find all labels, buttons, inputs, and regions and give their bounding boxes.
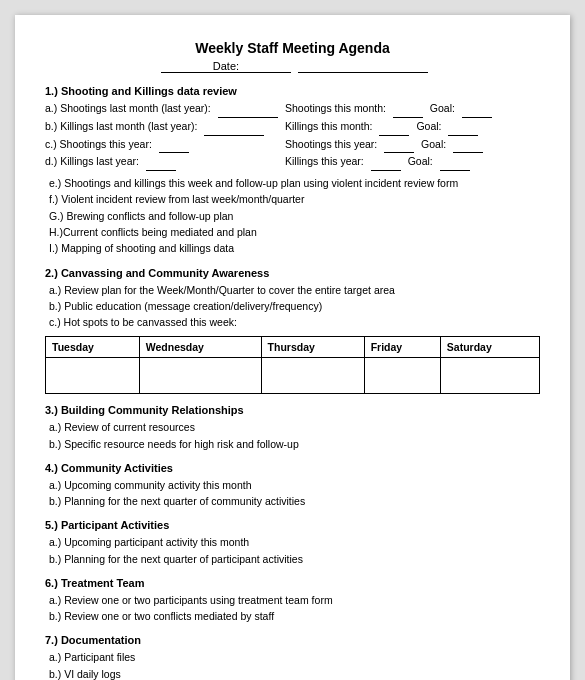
row-d-right-label: Killings this year: xyxy=(285,155,364,167)
row-a-goal-label: Goal: xyxy=(430,102,455,114)
date-line: Date: xyxy=(45,60,540,73)
s7-item-a: a.) Participant files xyxy=(45,649,540,665)
s3-item-a: a.) Review of current resources xyxy=(45,419,540,435)
section-2: 2.) Canvassing and Community Awareness a… xyxy=(45,267,540,395)
row-b-left-field xyxy=(204,118,264,136)
col-friday: Friday xyxy=(364,337,440,358)
canvass-table: Tuesday Wednesday Thursday Friday Saturd… xyxy=(45,336,540,394)
col-tuesday: Tuesday xyxy=(46,337,140,358)
col-saturday: Saturday xyxy=(440,337,539,358)
cell-friday xyxy=(364,358,440,394)
s4-item-a: a.) Upcoming community activity this mon… xyxy=(45,477,540,493)
s7-item-b: b.) VI daily logs xyxy=(45,666,540,680)
row-d-goal-field xyxy=(440,153,470,171)
row-a: a.) Shootings last month (last year): Sh… xyxy=(45,100,540,118)
section-5: 5.) Participant Activities a.) Upcoming … xyxy=(45,519,540,567)
row-d-left-label: d.) Killings last year: xyxy=(45,155,139,167)
s5-item-b: b.) Planning for the next quarter of par… xyxy=(45,551,540,567)
s6-item-b: b.) Review one or two conflicts mediated… xyxy=(45,608,540,624)
s1-item-e: e.) Shootings and killings this week and… xyxy=(45,175,540,191)
section-1: 1.) Shooting and Killings data review a.… xyxy=(45,85,540,257)
s1-item-h: H.)Current conflicts being mediated and … xyxy=(45,224,540,240)
row-c-left-field xyxy=(159,136,189,154)
section-2-title: 2.) Canvassing and Community Awareness xyxy=(45,267,540,279)
row-d-left-field xyxy=(146,153,176,171)
s5-item-a: a.) Upcoming participant activity this m… xyxy=(45,534,540,550)
section-3: 3.) Building Community Relationships a.)… xyxy=(45,404,540,452)
col-thursday: Thursday xyxy=(261,337,364,358)
row-b-goal-label: Goal: xyxy=(416,120,441,132)
row-c-goal-field xyxy=(453,136,483,154)
section-4: 4.) Community Activities a.) Upcoming co… xyxy=(45,462,540,510)
row-c-goal-label: Goal: xyxy=(421,138,446,150)
section-4-title: 4.) Community Activities xyxy=(45,462,540,474)
table-row xyxy=(46,358,540,394)
row-b: b.) Killings last month (last year): Kil… xyxy=(45,118,540,136)
row-a-left-field xyxy=(218,100,278,118)
cell-tuesday xyxy=(46,358,140,394)
s2-item-a: a.) Review plan for the Week/Month/Quart… xyxy=(45,282,540,298)
section-3-title: 3.) Building Community Relationships xyxy=(45,404,540,416)
row-a-right-field xyxy=(393,100,423,118)
s6-item-a: a.) Review one or two participants using… xyxy=(45,592,540,608)
row-a-right-label: Shootings this month: xyxy=(285,102,386,114)
cell-wednesday xyxy=(139,358,261,394)
row-b-right-label: Killings this month: xyxy=(285,120,373,132)
row-d-goal-label: Goal: xyxy=(408,155,433,167)
col-wednesday: Wednesday xyxy=(139,337,261,358)
section-7: 7.) Documentation a.) Participant files … xyxy=(45,634,540,680)
row-d-right-field xyxy=(371,153,401,171)
cell-saturday xyxy=(440,358,539,394)
row-b-goal-field xyxy=(448,118,478,136)
table-header-row: Tuesday Wednesday Thursday Friday Saturd… xyxy=(46,337,540,358)
s2-item-b: b.) Public education (message creation/d… xyxy=(45,298,540,314)
section-6: 6.) Treatment Team a.) Review one or two… xyxy=(45,577,540,625)
section-7-title: 7.) Documentation xyxy=(45,634,540,646)
row-c: c.) Shootings this year: Shootings this … xyxy=(45,136,540,154)
row-b-right-field xyxy=(379,118,409,136)
row-a-left-label: a.) Shootings last month (last year): xyxy=(45,102,211,114)
row-c-left-label: c.) Shootings this year: xyxy=(45,138,152,150)
section-1-title: 1.) Shooting and Killings data review xyxy=(45,85,540,97)
s1-item-i: I.) Mapping of shooting and killings dat… xyxy=(45,240,540,256)
s1-item-f: f.) Violent incident review from last we… xyxy=(45,191,540,207)
cell-thursday xyxy=(261,358,364,394)
s3-item-b: b.) Specific resource needs for high ris… xyxy=(45,436,540,452)
row-a-goal-field xyxy=(462,100,492,118)
row-c-right-label: Shootings this year: xyxy=(285,138,377,150)
row-b-left-label: b.) Killings last month (last year): xyxy=(45,120,197,132)
row-c-right-field xyxy=(384,136,414,154)
date-field xyxy=(298,60,428,73)
section-6-title: 6.) Treatment Team xyxy=(45,577,540,589)
s4-item-b: b.) Planning for the next quarter of com… xyxy=(45,493,540,509)
date-label: Date: xyxy=(161,60,291,73)
row-d: d.) Killings last year: Killings this ye… xyxy=(45,153,540,171)
page: Weekly Staff Meeting Agenda Date: 1.) Sh… xyxy=(15,15,570,680)
s2-item-c: c.) Hot spots to be canvassed this week: xyxy=(45,314,540,330)
s1-item-g: G.) Brewing conflicts and follow-up plan xyxy=(45,208,540,224)
section-5-title: 5.) Participant Activities xyxy=(45,519,540,531)
page-title: Weekly Staff Meeting Agenda xyxy=(45,40,540,56)
